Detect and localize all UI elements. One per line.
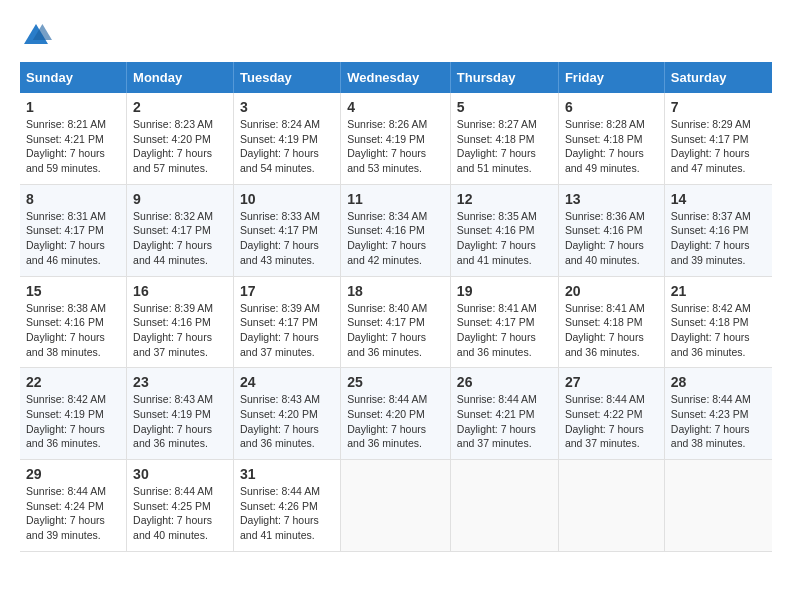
- cell-info: Sunrise: 8:44 AM Sunset: 4:23 PM Dayligh…: [671, 392, 766, 451]
- day-cell: 8 Sunrise: 8:31 AM Sunset: 4:17 PM Dayli…: [20, 184, 127, 276]
- cell-info: Sunrise: 8:44 AM Sunset: 4:24 PM Dayligh…: [26, 484, 120, 543]
- day-cell: 18 Sunrise: 8:40 AM Sunset: 4:17 PM Dayl…: [341, 276, 451, 368]
- logo-icon: [20, 20, 52, 52]
- day-number: 24: [240, 374, 334, 390]
- day-number: 3: [240, 99, 334, 115]
- logo: [20, 20, 56, 52]
- day-number: 23: [133, 374, 227, 390]
- day-cell: 17 Sunrise: 8:39 AM Sunset: 4:17 PM Dayl…: [234, 276, 341, 368]
- cell-info: Sunrise: 8:37 AM Sunset: 4:16 PM Dayligh…: [671, 209, 766, 268]
- day-cell: 14 Sunrise: 8:37 AM Sunset: 4:16 PM Dayl…: [664, 184, 772, 276]
- day-number: 22: [26, 374, 120, 390]
- cell-info: Sunrise: 8:44 AM Sunset: 4:21 PM Dayligh…: [457, 392, 552, 451]
- day-cell: 9 Sunrise: 8:32 AM Sunset: 4:17 PM Dayli…: [127, 184, 234, 276]
- day-number: 15: [26, 283, 120, 299]
- cell-info: Sunrise: 8:43 AM Sunset: 4:19 PM Dayligh…: [133, 392, 227, 451]
- cell-info: Sunrise: 8:38 AM Sunset: 4:16 PM Dayligh…: [26, 301, 120, 360]
- day-cell: 19 Sunrise: 8:41 AM Sunset: 4:17 PM Dayl…: [450, 276, 558, 368]
- day-cell: 6 Sunrise: 8:28 AM Sunset: 4:18 PM Dayli…: [558, 93, 664, 184]
- day-cell: 29 Sunrise: 8:44 AM Sunset: 4:24 PM Dayl…: [20, 460, 127, 552]
- day-number: 25: [347, 374, 444, 390]
- day-number: 27: [565, 374, 658, 390]
- day-number: 12: [457, 191, 552, 207]
- day-number: 19: [457, 283, 552, 299]
- cell-info: Sunrise: 8:44 AM Sunset: 4:20 PM Dayligh…: [347, 392, 444, 451]
- day-number: 1: [26, 99, 120, 115]
- day-number: 21: [671, 283, 766, 299]
- header-day-friday: Friday: [558, 62, 664, 93]
- day-number: 17: [240, 283, 334, 299]
- day-number: 8: [26, 191, 120, 207]
- header-row: SundayMondayTuesdayWednesdayThursdayFrid…: [20, 62, 772, 93]
- day-cell: 20 Sunrise: 8:41 AM Sunset: 4:18 PM Dayl…: [558, 276, 664, 368]
- cell-info: Sunrise: 8:31 AM Sunset: 4:17 PM Dayligh…: [26, 209, 120, 268]
- day-cell: 16 Sunrise: 8:39 AM Sunset: 4:16 PM Dayl…: [127, 276, 234, 368]
- cell-info: Sunrise: 8:44 AM Sunset: 4:26 PM Dayligh…: [240, 484, 334, 543]
- day-number: 13: [565, 191, 658, 207]
- cell-info: Sunrise: 8:44 AM Sunset: 4:25 PM Dayligh…: [133, 484, 227, 543]
- header-day-thursday: Thursday: [450, 62, 558, 93]
- day-number: 31: [240, 466, 334, 482]
- day-cell: [341, 460, 451, 552]
- day-cell: 1 Sunrise: 8:21 AM Sunset: 4:21 PM Dayli…: [20, 93, 127, 184]
- cell-info: Sunrise: 8:29 AM Sunset: 4:17 PM Dayligh…: [671, 117, 766, 176]
- day-number: 5: [457, 99, 552, 115]
- day-cell: 7 Sunrise: 8:29 AM Sunset: 4:17 PM Dayli…: [664, 93, 772, 184]
- day-number: 11: [347, 191, 444, 207]
- header-day-monday: Monday: [127, 62, 234, 93]
- day-cell: [664, 460, 772, 552]
- day-cell: 27 Sunrise: 8:44 AM Sunset: 4:22 PM Dayl…: [558, 368, 664, 460]
- header-day-sunday: Sunday: [20, 62, 127, 93]
- week-row-1: 1 Sunrise: 8:21 AM Sunset: 4:21 PM Dayli…: [20, 93, 772, 184]
- week-row-4: 22 Sunrise: 8:42 AM Sunset: 4:19 PM Dayl…: [20, 368, 772, 460]
- day-number: 26: [457, 374, 552, 390]
- header-day-saturday: Saturday: [664, 62, 772, 93]
- cell-info: Sunrise: 8:43 AM Sunset: 4:20 PM Dayligh…: [240, 392, 334, 451]
- day-cell: 13 Sunrise: 8:36 AM Sunset: 4:16 PM Dayl…: [558, 184, 664, 276]
- day-cell: 25 Sunrise: 8:44 AM Sunset: 4:20 PM Dayl…: [341, 368, 451, 460]
- day-number: 4: [347, 99, 444, 115]
- header-day-tuesday: Tuesday: [234, 62, 341, 93]
- day-cell: 2 Sunrise: 8:23 AM Sunset: 4:20 PM Dayli…: [127, 93, 234, 184]
- header-day-wednesday: Wednesday: [341, 62, 451, 93]
- day-number: 20: [565, 283, 658, 299]
- day-cell: 26 Sunrise: 8:44 AM Sunset: 4:21 PM Dayl…: [450, 368, 558, 460]
- day-cell: [450, 460, 558, 552]
- day-cell: 5 Sunrise: 8:27 AM Sunset: 4:18 PM Dayli…: [450, 93, 558, 184]
- day-cell: 10 Sunrise: 8:33 AM Sunset: 4:17 PM Dayl…: [234, 184, 341, 276]
- day-cell: 15 Sunrise: 8:38 AM Sunset: 4:16 PM Dayl…: [20, 276, 127, 368]
- day-number: 7: [671, 99, 766, 115]
- day-cell: 23 Sunrise: 8:43 AM Sunset: 4:19 PM Dayl…: [127, 368, 234, 460]
- day-number: 30: [133, 466, 227, 482]
- cell-info: Sunrise: 8:44 AM Sunset: 4:22 PM Dayligh…: [565, 392, 658, 451]
- day-number: 6: [565, 99, 658, 115]
- page-header: [20, 20, 772, 52]
- day-cell: 3 Sunrise: 8:24 AM Sunset: 4:19 PM Dayli…: [234, 93, 341, 184]
- day-cell: 28 Sunrise: 8:44 AM Sunset: 4:23 PM Dayl…: [664, 368, 772, 460]
- day-cell: 30 Sunrise: 8:44 AM Sunset: 4:25 PM Dayl…: [127, 460, 234, 552]
- cell-info: Sunrise: 8:39 AM Sunset: 4:16 PM Dayligh…: [133, 301, 227, 360]
- day-number: 28: [671, 374, 766, 390]
- week-row-3: 15 Sunrise: 8:38 AM Sunset: 4:16 PM Dayl…: [20, 276, 772, 368]
- calendar-table: SundayMondayTuesdayWednesdayThursdayFrid…: [20, 62, 772, 552]
- day-cell: 24 Sunrise: 8:43 AM Sunset: 4:20 PM Dayl…: [234, 368, 341, 460]
- day-number: 29: [26, 466, 120, 482]
- day-cell: 22 Sunrise: 8:42 AM Sunset: 4:19 PM Dayl…: [20, 368, 127, 460]
- day-number: 10: [240, 191, 334, 207]
- day-number: 2: [133, 99, 227, 115]
- day-cell: 11 Sunrise: 8:34 AM Sunset: 4:16 PM Dayl…: [341, 184, 451, 276]
- day-cell: 12 Sunrise: 8:35 AM Sunset: 4:16 PM Dayl…: [450, 184, 558, 276]
- cell-info: Sunrise: 8:33 AM Sunset: 4:17 PM Dayligh…: [240, 209, 334, 268]
- cell-info: Sunrise: 8:32 AM Sunset: 4:17 PM Dayligh…: [133, 209, 227, 268]
- day-cell: 21 Sunrise: 8:42 AM Sunset: 4:18 PM Dayl…: [664, 276, 772, 368]
- day-cell: 31 Sunrise: 8:44 AM Sunset: 4:26 PM Dayl…: [234, 460, 341, 552]
- cell-info: Sunrise: 8:36 AM Sunset: 4:16 PM Dayligh…: [565, 209, 658, 268]
- cell-info: Sunrise: 8:21 AM Sunset: 4:21 PM Dayligh…: [26, 117, 120, 176]
- day-cell: [558, 460, 664, 552]
- day-number: 14: [671, 191, 766, 207]
- day-number: 16: [133, 283, 227, 299]
- cell-info: Sunrise: 8:42 AM Sunset: 4:19 PM Dayligh…: [26, 392, 120, 451]
- cell-info: Sunrise: 8:35 AM Sunset: 4:16 PM Dayligh…: [457, 209, 552, 268]
- cell-info: Sunrise: 8:27 AM Sunset: 4:18 PM Dayligh…: [457, 117, 552, 176]
- cell-info: Sunrise: 8:40 AM Sunset: 4:17 PM Dayligh…: [347, 301, 444, 360]
